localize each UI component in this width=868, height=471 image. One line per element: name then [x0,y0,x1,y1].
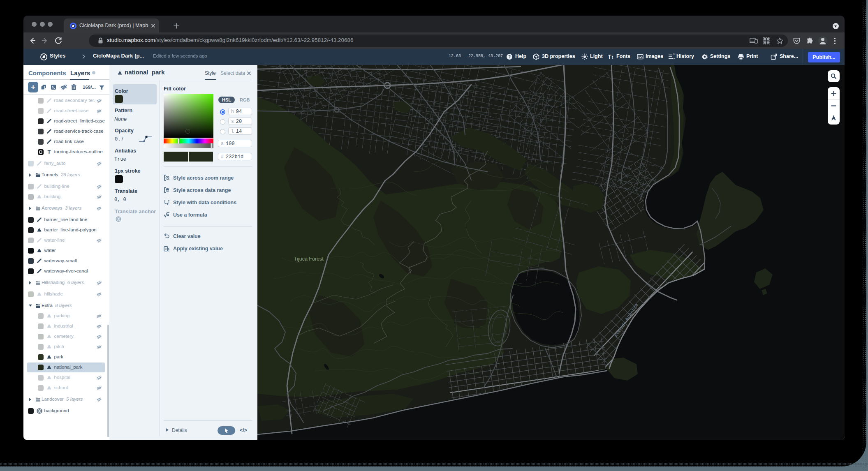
svg-text:?: ? [508,55,511,59]
svg-text:T: T [608,53,611,60]
svg-text:t: t [612,55,613,60]
svg-text:Tijuca Forest: Tijuca Forest [294,256,324,262]
